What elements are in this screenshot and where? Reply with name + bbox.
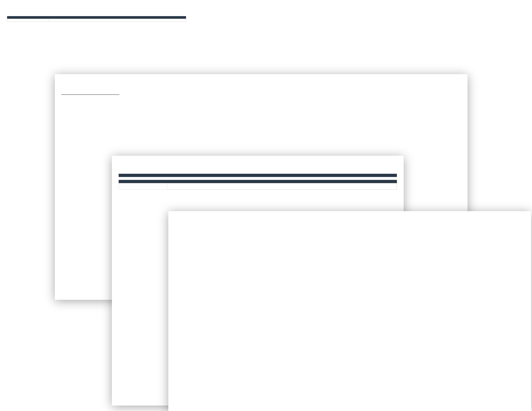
vendor-list-title bbox=[175, 218, 524, 226]
stock-vendor-list-sheet bbox=[168, 211, 531, 411]
tiv-note bbox=[49, 19, 54, 21]
tiv-label bbox=[7, 16, 186, 19]
employee-info-header bbox=[119, 180, 397, 183]
tiv-value bbox=[7, 19, 49, 21]
total-inventory-value-block bbox=[7, 16, 532, 22]
item-info-header bbox=[119, 174, 397, 177]
page-title bbox=[7, 8, 532, 16]
stock-item-title bbox=[119, 162, 397, 170]
stock-tracking-title bbox=[61, 81, 461, 89]
date-input-line[interactable] bbox=[61, 90, 119, 95]
